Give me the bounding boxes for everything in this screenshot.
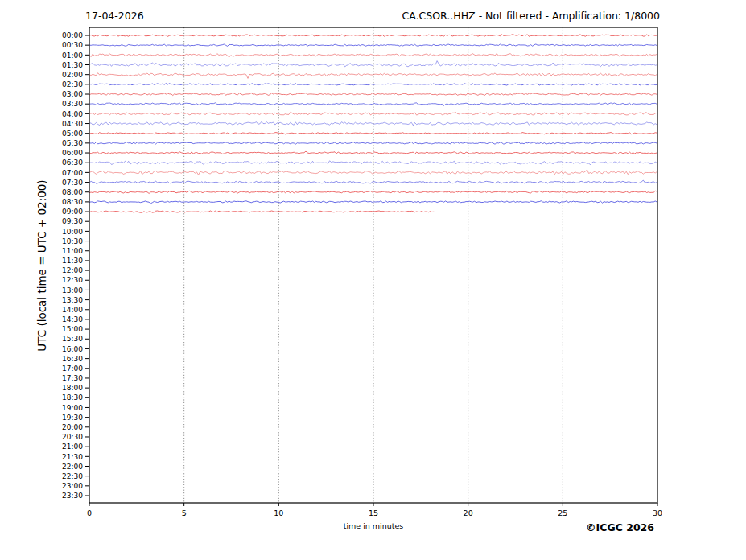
seismic-trace: [89, 161, 657, 165]
y-tick-label: 09:00: [62, 208, 83, 216]
y-tick-label: 15:30: [62, 335, 83, 343]
seismic-trace: [89, 93, 657, 96]
x-axis-label: time in minutes: [89, 521, 657, 530]
seismic-trace: [89, 133, 657, 134]
y-tick-label: 20:00: [62, 423, 83, 431]
y-tick-label: 13:30: [62, 296, 83, 304]
y-tick-label: 00:00: [62, 31, 83, 39]
y-tick-label: 12:30: [62, 276, 83, 284]
y-tick-label: 14:30: [62, 315, 83, 323]
y-tick-label: 23:00: [62, 482, 83, 490]
helicorder-page: 17-04-2026 CA.CSOR..HHZ - Not filtered -…: [0, 0, 746, 560]
y-tick-label: 04:00: [62, 110, 83, 118]
y-tick-label: 04:30: [62, 120, 83, 128]
seismic-trace: [89, 53, 657, 57]
x-tick-label: 20: [464, 509, 473, 517]
y-tick-label: 01:00: [62, 51, 83, 60]
y-tick-label: 11:30: [62, 257, 83, 265]
y-tick-label: 20:30: [62, 433, 83, 441]
y-tick-label: 16:00: [62, 345, 83, 353]
seismic-trace: [89, 211, 435, 212]
y-tick-label: 08:30: [62, 198, 83, 206]
y-tick-label: 08:00: [62, 188, 83, 196]
y-tick-label: 13:00: [62, 286, 83, 294]
seismic-trace: [89, 191, 657, 193]
y-tick-label: 03:30: [62, 100, 83, 108]
y-tick-label: 16:30: [62, 355, 83, 363]
x-tick-label: 30: [653, 509, 662, 517]
y-tick-label: 07:30: [62, 179, 83, 187]
y-tick-label: 07:00: [62, 169, 83, 177]
y-tick-label: 22:00: [62, 463, 83, 471]
y-tick-label: 18:30: [62, 393, 83, 401]
y-tick-label: 11:00: [62, 247, 83, 255]
y-tick-label: 05:00: [62, 130, 83, 138]
seismic-trace: [89, 121, 657, 125]
y-tick-label: 17:00: [62, 364, 83, 373]
copyright-text: ©ICGC 2026: [586, 521, 654, 533]
y-tick-label: 15:00: [62, 325, 83, 333]
x-tick-label: 0: [87, 509, 92, 517]
y-tick-label: 17:30: [62, 374, 83, 382]
x-tick-label: 5: [182, 509, 187, 517]
y-tick-label: 09:30: [62, 217, 83, 225]
y-tick-label: 02:00: [62, 71, 83, 79]
x-tick-label: 10: [274, 509, 283, 517]
y-tick-label: 19:30: [62, 414, 83, 422]
y-tick-label: 19:00: [62, 404, 83, 412]
y-tick-label: 01:30: [62, 61, 83, 69]
y-tick-label: 21:00: [62, 443, 83, 451]
y-tick-label: 06:00: [62, 149, 83, 157]
y-tick-label: 03:00: [62, 90, 83, 98]
y-tick-label: 18:00: [62, 384, 83, 392]
y-tick-label: 23:30: [62, 492, 83, 500]
y-tick-label: 06:30: [62, 159, 83, 167]
y-tick-label: 10:00: [62, 228, 83, 236]
y-tick-label: 02:30: [62, 80, 83, 89]
y-tick-label: 12:00: [62, 266, 83, 274]
x-tick-label: 15: [369, 509, 378, 517]
y-tick-label: 21:30: [62, 453, 83, 461]
y-tick-label: 10:30: [62, 237, 83, 245]
y-tick-label: 22:30: [62, 472, 83, 480]
y-tick-label: 05:30: [62, 139, 83, 147]
y-tick-label: 14:00: [62, 306, 83, 314]
y-tick-label: 00:30: [62, 41, 83, 49]
helicorder-plot: 00:0000:3001:0001:3002:0002:3003:0003:30…: [0, 0, 746, 560]
x-tick-label: 25: [558, 509, 567, 517]
